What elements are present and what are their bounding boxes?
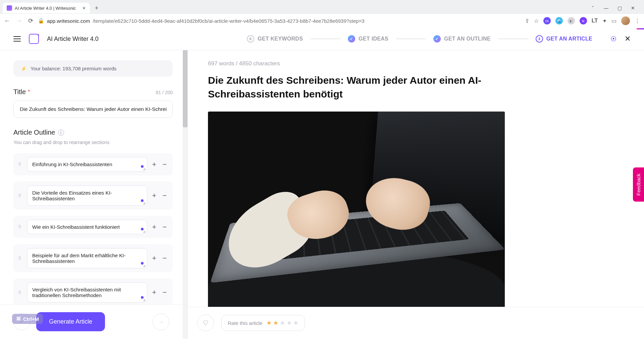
- url-host: app.writesonic.com: [47, 18, 90, 24]
- star-icon[interactable]: ★: [280, 319, 285, 327]
- lock-icon: 🔒: [38, 18, 44, 24]
- feedback-tab[interactable]: Feedback: [633, 167, 644, 202]
- step-separator: [310, 39, 340, 39]
- balance-text: Your balance: 193,708 premium words: [31, 66, 116, 71]
- outline-hint: You can drag and drop to rearrange secti…: [13, 140, 173, 145]
- step-label: GET AN ARTICLE: [546, 36, 592, 42]
- remove-section-icon[interactable]: −: [162, 191, 167, 200]
- star-icon[interactable]: ★: [273, 319, 278, 327]
- step-number: 0: [247, 35, 254, 43]
- outline-input[interactable]: Beispiele für auf dem Markt erhältliche …: [27, 248, 147, 268]
- outline-label: Article Outline: [13, 129, 55, 136]
- favorite-button[interactable]: ♡: [197, 315, 214, 331]
- step-label: GET IDEAS: [359, 36, 388, 42]
- add-section-icon[interactable]: +: [152, 223, 156, 231]
- url-path: /template/e623c710-5ddd-4ed4-9eac-af410d…: [93, 18, 364, 24]
- step-outline[interactable]: ✓ GET AN OUTLINE: [433, 35, 491, 43]
- drag-handle-icon[interactable]: ⠿: [18, 193, 22, 198]
- next-step-button[interactable]: →: [153, 314, 169, 330]
- add-section-icon[interactable]: +: [152, 288, 156, 297]
- extension-cs-icon[interactable]: cs: [543, 17, 551, 24]
- info-icon[interactable]: i: [58, 130, 64, 136]
- title-label: Title *: [13, 88, 30, 96]
- app-logo-icon: [29, 34, 39, 44]
- star-icon[interactable]: ★: [293, 319, 299, 327]
- browser-tab[interactable]: AI Article Writer 4.0 | Writesonic ✕: [3, 3, 90, 13]
- play-icon[interactable]: ⦿: [610, 36, 616, 43]
- star-icon[interactable]: ★: [286, 319, 292, 327]
- outline-input[interactable]: Wie ein KI-Schreibassistent funktioniert…: [27, 220, 147, 234]
- extension-w-icon[interactable]: w: [580, 17, 587, 24]
- minimize-icon[interactable]: —: [603, 5, 609, 11]
- chevron-down-icon[interactable]: ˅: [590, 5, 596, 11]
- share-icon[interactable]: ⇪: [525, 18, 529, 24]
- outline-item: ⠿ Wie ein KI-Schreibassistent funktionie…: [13, 216, 173, 238]
- progress-indicator: [637, 28, 644, 29]
- extension-blue-icon[interactable]: 🌊: [555, 17, 563, 24]
- rating-widget: Rate this article ★ ★ ★ ★ ★: [221, 315, 305, 331]
- drag-handle-icon[interactable]: ⠿: [18, 224, 22, 229]
- step-keywords[interactable]: 0 GET KEYWORDS: [247, 35, 303, 43]
- close-icon[interactable]: ✕: [625, 34, 631, 43]
- title-input[interactable]: [13, 100, 173, 118]
- reload-icon[interactable]: ⟳: [28, 17, 33, 24]
- star-icon[interactable]: ☆: [534, 18, 539, 24]
- title-counter: 81 / 200: [156, 90, 173, 95]
- outline-item: ⠿ Die Vorteile des Einsatzes eines KI-Sc…: [13, 182, 173, 210]
- shortcut-badge: ⌘Ctrl+M: [12, 314, 43, 324]
- rate-label: Rate this article: [228, 320, 262, 326]
- step-separator: [498, 39, 528, 39]
- favicon-icon: [7, 5, 12, 11]
- tab-close-icon[interactable]: ✕: [82, 6, 86, 11]
- outline-input[interactable]: Vergleich von KI-Schreibassistenten mit …: [27, 282, 147, 302]
- window-close-icon[interactable]: ✕: [630, 5, 636, 11]
- balance-pill: ⚡ Your balance: 193,708 premium words: [13, 60, 173, 77]
- add-section-icon[interactable]: +: [152, 191, 156, 200]
- extension-lt-icon[interactable]: LT: [592, 18, 598, 24]
- add-section-icon[interactable]: +: [152, 160, 156, 169]
- drag-handle-icon[interactable]: ⠿: [18, 162, 22, 167]
- step-number: 3: [536, 35, 543, 43]
- drag-handle-icon[interactable]: ⠿: [18, 290, 22, 295]
- outline-input[interactable]: Einführung in KI-Schreibassistenten◢: [27, 157, 147, 171]
- menu-icon[interactable]: [13, 36, 21, 42]
- app-title: AI Article Writer 4.0: [47, 36, 99, 43]
- maximize-icon[interactable]: ▢: [616, 5, 623, 11]
- check-icon: ✓: [348, 35, 355, 43]
- step-ideas[interactable]: ✓ GET IDEAS: [348, 35, 388, 43]
- new-tab-button[interactable]: +: [93, 4, 101, 12]
- outline-item: ⠿ Einführung in KI-Schreibassistenten◢ +…: [13, 153, 173, 176]
- step-separator: [396, 39, 426, 39]
- outline-item: ⠿ Vergleich von KI-Schreibassistenten mi…: [13, 278, 173, 306]
- sidepanel-icon[interactable]: ▭: [611, 18, 616, 24]
- extension-grey-icon[interactable]: ◐: [568, 17, 575, 24]
- extensions-icon[interactable]: ✦: [602, 18, 607, 24]
- add-section-icon[interactable]: +: [152, 254, 156, 263]
- generate-article-button[interactable]: Generate Article: [36, 312, 105, 331]
- article-meta: 697 words / 4850 characters: [208, 60, 587, 67]
- kebab-menu-icon[interactable]: ⋮: [635, 18, 640, 24]
- remove-section-icon[interactable]: −: [162, 254, 167, 263]
- outline-input[interactable]: Die Vorteile des Einsatzes eines KI-Schr…: [27, 186, 147, 206]
- profile-avatar[interactable]: [621, 16, 630, 25]
- tab-title: AI Article Writer 4.0 | Writesonic: [15, 6, 76, 11]
- remove-section-icon[interactable]: −: [162, 288, 167, 297]
- step-article[interactable]: 3 GET AN ARTICLE: [536, 35, 592, 43]
- outline-item: ⠿ Beispiele für auf dem Markt erhältlich…: [13, 244, 173, 272]
- star-icon[interactable]: ★: [266, 319, 272, 327]
- check-icon: ✓: [433, 35, 441, 43]
- article-title: Die Zukunft des Schreibens: Warum jeder …: [208, 74, 493, 101]
- step-label: GET KEYWORDS: [258, 36, 303, 42]
- forward-icon[interactable]: →: [16, 17, 22, 24]
- step-label: GET AN OUTLINE: [444, 36, 491, 42]
- drag-handle-icon[interactable]: ⠿: [18, 256, 22, 261]
- bolt-icon: ⚡: [21, 66, 26, 71]
- article-hero-image: [208, 112, 505, 309]
- address-bar[interactable]: 🔒 app.writesonic.com/template/e623c710-5…: [38, 18, 520, 24]
- scrollbar[interactable]: [183, 50, 187, 339]
- remove-section-icon[interactable]: −: [162, 223, 167, 231]
- back-icon[interactable]: ←: [4, 17, 10, 24]
- remove-section-icon[interactable]: −: [162, 160, 167, 169]
